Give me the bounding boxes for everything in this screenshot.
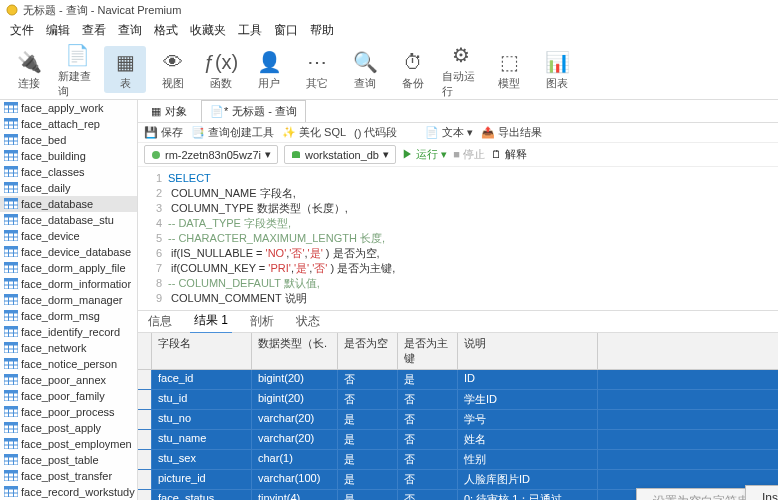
context-submenu[interactable]: Insert 语句 Update 语句 制表符分隔值 (数据) 制表符分隔值 (… [745, 485, 778, 500]
menu-query[interactable]: 查询 [118, 22, 142, 38]
tab-untitled-query[interactable]: 📄* 无标题 - 查询 [201, 100, 306, 122]
table-row[interactable]: stu_namevarchar(20)是否姓名 [138, 430, 778, 450]
table-icon [4, 294, 18, 306]
toolbar-chart[interactable]: 📊图表 [536, 46, 578, 93]
stop-button[interactable]: ■ 停止 [453, 147, 485, 162]
sidebar-item-face_apply_work[interactable]: face_apply_work [0, 100, 137, 116]
sidebar-item-face_attach_rep[interactable]: face_attach_rep [0, 116, 137, 132]
chart-icon: 📊 [543, 48, 571, 76]
toolbar-view[interactable]: 👁视图 [152, 46, 194, 93]
table-icon [4, 326, 18, 338]
table-row[interactable]: picture_idvarchar(100)是否人脸库图片ID [138, 470, 778, 490]
table-icon: ▦ [111, 48, 139, 76]
sidebar-item-face_classes[interactable]: face_classes [0, 164, 137, 180]
sidebar-item-face_dorm_apply_file[interactable]: face_dorm_apply_file [0, 260, 137, 276]
table-icon [4, 262, 18, 274]
menu-set-blank[interactable]: 设置为空白字符串 [637, 489, 745, 500]
export-button[interactable]: 📤 导出结果 [481, 125, 542, 140]
sidebar-item-face_building[interactable]: face_building [0, 148, 137, 164]
sidebar-item-face_identify_record[interactable]: face_identify_record [0, 324, 137, 340]
menu-format[interactable]: 格式 [154, 22, 178, 38]
server-select[interactable]: rm-2zetn83n05wz7i ▾ [144, 145, 278, 164]
menu-edit[interactable]: 编辑 [46, 22, 70, 38]
user-icon: 👤 [255, 48, 283, 76]
code-snippet-button[interactable]: () 代码段 [354, 125, 397, 140]
text-button[interactable]: 📄 文本 ▾ [425, 125, 473, 140]
table-row[interactable]: stu_novarchar(20)是否学号 [138, 410, 778, 430]
run-button[interactable]: ▶ 运行 ▾ [402, 147, 447, 162]
sql-editor[interactable]: 1SELECT2 COLUMN_NAME 字段名,3 COLUMN_TYPE 数… [138, 167, 778, 311]
toolbar-connect[interactable]: 🔌连接 [8, 46, 50, 93]
table-icon [4, 470, 18, 482]
toolbar-model[interactable]: ⬚模型 [488, 46, 530, 93]
table-icon [4, 182, 18, 194]
menu-view[interactable]: 查看 [82, 22, 106, 38]
sidebar-item-face_dorm_msg[interactable]: face_dorm_msg [0, 308, 137, 324]
tab-status[interactable]: 状态 [292, 310, 324, 333]
sidebar-item-face_post_table[interactable]: face_post_table [0, 452, 137, 468]
toolbar-automation[interactable]: ⚙自动运行 [440, 39, 482, 101]
sidebar-item-face_database_stu[interactable]: face_database_stu [0, 212, 137, 228]
menu-file[interactable]: 文件 [10, 22, 34, 38]
table-icon [4, 422, 18, 434]
sidebar-item-face_network[interactable]: face_network [0, 340, 137, 356]
sidebar-item-face_device_database[interactable]: face_device_database [0, 244, 137, 260]
svg-point-166 [152, 151, 160, 159]
sidebar-item-face_record_workstudy[interactable]: face_record_workstudy [0, 484, 137, 500]
connect-icon: 🔌 [15, 48, 43, 76]
context-menu[interactable]: 设置为空白字符串 设置为 NULL 删除记录 复制 复制为 Insert 语句 … [636, 488, 746, 500]
model-icon: ⬚ [495, 48, 523, 76]
sidebar-item-face_dorm_informatior[interactable]: face_dorm_informatior [0, 276, 137, 292]
save-button[interactable]: 💾 保存 [144, 125, 183, 140]
toolbar-table[interactable]: ▦表 [104, 46, 146, 93]
explain-button[interactable]: 🗒 解释 [491, 147, 527, 162]
sidebar-item-face_notice_person[interactable]: face_notice_person [0, 356, 137, 372]
toolbar-other[interactable]: ⋯其它 [296, 46, 338, 93]
editor-tabs: ▦ 对象 📄* 无标题 - 查询 [138, 100, 778, 123]
query-builder-button[interactable]: 📑 查询创建工具 [191, 125, 274, 140]
table-icon [4, 166, 18, 178]
table-row[interactable]: stu_sexchar(1)是否性别 [138, 450, 778, 470]
sidebar-item-face_post_transfer[interactable]: face_post_transfer [0, 468, 137, 484]
toolbar-user[interactable]: 👤用户 [248, 46, 290, 93]
sidebar-item-face_database[interactable]: face_database [0, 196, 137, 212]
result-grid[interactable]: 字段名 数据类型（长. 是否为空 是否为主键 说明 face_idbigint(… [138, 333, 778, 500]
toolbar-new-query[interactable]: 📄新建查询 [56, 39, 98, 101]
new-query-icon: 📄 [63, 41, 91, 69]
table-icon [4, 310, 18, 322]
sidebar-item-face_poor_family[interactable]: face_poor_family [0, 388, 137, 404]
query-toolbar: 💾 保存 📑 查询创建工具 ✨ 美化 SQL () 代码段 📄 文本 ▾ 📤 导… [138, 123, 778, 143]
sidebar-item-face_dorm_manager[interactable]: face_dorm_manager [0, 292, 137, 308]
database-select[interactable]: workstation_db ▾ [284, 145, 396, 164]
menu-favorites[interactable]: 收藏夹 [190, 22, 226, 38]
menu-tools[interactable]: 工具 [238, 22, 262, 38]
sidebar-item-face_poor_process[interactable]: face_poor_process [0, 404, 137, 420]
tab-profile[interactable]: 剖析 [246, 310, 278, 333]
sidebar-item-face_post_employmen[interactable]: face_post_employmen [0, 436, 137, 452]
sidebar-item-face_device[interactable]: face_device [0, 228, 137, 244]
menu-help[interactable]: 帮助 [310, 22, 334, 38]
sidebar-item-face_poor_annex[interactable]: face_poor_annex [0, 372, 137, 388]
tab-info[interactable]: 信息 [144, 310, 176, 333]
sidebar-item-face_post_apply[interactable]: face_post_apply [0, 420, 137, 436]
beautify-sql-button[interactable]: ✨ 美化 SQL [282, 125, 346, 140]
toolbar-function[interactable]: ƒ(x)函数 [200, 46, 242, 93]
toolbar-query[interactable]: 🔍查询 [344, 46, 386, 93]
other-icon: ⋯ [303, 48, 331, 76]
app-icon [5, 3, 19, 17]
tab-objects[interactable]: ▦ 对象 [143, 101, 195, 122]
sidebar-tables[interactable]: face_apply_workface_attach_repface_bedfa… [0, 100, 138, 500]
automation-icon: ⚙ [447, 41, 475, 69]
toolbar-backup[interactable]: ⏱备份 [392, 46, 434, 93]
view-icon: 👁 [159, 48, 187, 76]
table-icon [4, 358, 18, 370]
table-row[interactable]: face_idbigint(20)否是ID [138, 370, 778, 390]
sidebar-item-face_daily[interactable]: face_daily [0, 180, 137, 196]
sidebar-item-face_bed[interactable]: face_bed [0, 132, 137, 148]
main-pane: ▦ 对象 📄* 无标题 - 查询 💾 保存 📑 查询创建工具 ✨ 美化 SQL … [138, 100, 778, 500]
table-row[interactable]: stu_idbigint(20)否否学生ID [138, 390, 778, 410]
tab-result-1[interactable]: 结果 1 [190, 309, 232, 334]
submenu-insert[interactable]: Insert 语句 [746, 486, 778, 500]
menu-window[interactable]: 窗口 [274, 22, 298, 38]
svg-point-0 [7, 5, 17, 15]
